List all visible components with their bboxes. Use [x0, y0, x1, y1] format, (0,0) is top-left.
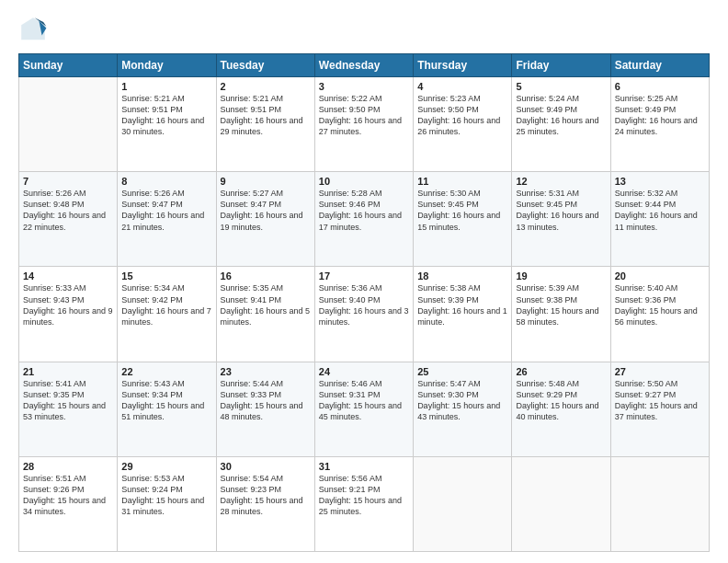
calendar-cell: 9 Sunrise: 5:27 AM Sunset: 9:47 PM Dayli…	[216, 172, 314, 267]
day-info: Sunrise: 5:48 AM Sunset: 9:29 PM Dayligh…	[516, 378, 606, 423]
sunrise-label: Sunrise: 5:43 AM	[121, 379, 185, 388]
calendar-cell: 3 Sunrise: 5:22 AM Sunset: 9:50 PM Dayli…	[314, 77, 413, 172]
calendar-cell: 21 Sunrise: 5:41 AM Sunset: 9:35 PM Dayl…	[19, 362, 118, 456]
calendar-cell: 26 Sunrise: 5:48 AM Sunset: 9:29 PM Dayl…	[512, 362, 610, 456]
sunrise-label: Sunrise: 5:25 AM	[615, 94, 678, 103]
sunset-label: Sunset: 9:45 PM	[417, 200, 479, 209]
sunrise-label: Sunrise: 5:34 AM	[121, 283, 185, 293]
calendar-cell: 28 Sunrise: 5:51 AM Sunset: 9:26 PM Dayl…	[19, 456, 118, 551]
sunset-label: Sunset: 9:26 PM	[23, 485, 85, 494]
day-number: 7	[23, 176, 113, 187]
calendar-week-row: 1 Sunrise: 5:21 AM Sunset: 9:51 PM Dayli…	[19, 77, 710, 172]
sunset-label: Sunset: 9:29 PM	[516, 390, 577, 399]
sunrise-label: Sunrise: 5:22 AM	[319, 94, 382, 103]
daylight-label: Daylight: 16 hours and 27 minutes.	[319, 116, 402, 136]
calendar-cell	[512, 456, 610, 551]
sunset-label: Sunset: 9:35 PM	[23, 390, 85, 399]
daylight-label: Daylight: 15 hours and 45 minutes.	[319, 401, 402, 421]
day-info: Sunrise: 5:23 AM Sunset: 9:50 PM Dayligh…	[417, 93, 507, 138]
sunset-label: Sunset: 9:47 PM	[121, 200, 183, 209]
day-number: 14	[23, 270, 113, 282]
weekday-header: Sunday	[19, 54, 118, 77]
day-number: 11	[417, 176, 507, 187]
weekday-header: Monday	[118, 54, 216, 77]
day-info: Sunrise: 5:32 AM Sunset: 9:44 PM Dayligh…	[615, 188, 705, 233]
day-info: Sunrise: 5:21 AM Sunset: 9:51 PM Dayligh…	[121, 93, 211, 138]
calendar-cell: 30 Sunrise: 5:54 AM Sunset: 9:23 PM Dayl…	[216, 456, 314, 551]
sunrise-label: Sunrise: 5:39 AM	[516, 283, 579, 293]
day-number: 20	[615, 270, 705, 282]
day-number: 31	[319, 461, 409, 472]
daylight-label: Daylight: 15 hours and 51 minutes.	[121, 401, 204, 421]
sunset-label: Sunset: 9:30 PM	[417, 390, 479, 399]
sunrise-label: Sunrise: 5:51 AM	[23, 474, 86, 483]
sunset-label: Sunset: 9:39 PM	[417, 295, 479, 304]
sunrise-label: Sunrise: 5:54 AM	[221, 474, 284, 483]
calendar-cell	[19, 77, 118, 172]
header	[18, 15, 710, 44]
sunrise-label: Sunrise: 5:24 AM	[516, 94, 579, 103]
sunrise-label: Sunrise: 5:47 AM	[417, 379, 481, 388]
day-number: 28	[23, 461, 113, 472]
calendar-cell: 22 Sunrise: 5:43 AM Sunset: 9:34 PM Dayl…	[118, 362, 216, 456]
calendar: SundayMondayTuesdayWednesdayThursdayFrid…	[18, 53, 710, 552]
calendar-cell: 10 Sunrise: 5:28 AM Sunset: 9:46 PM Dayl…	[314, 172, 413, 267]
daylight-label: Daylight: 16 hours and 5 minutes.	[221, 306, 311, 327]
day-number: 12	[516, 176, 606, 187]
calendar-cell: 19 Sunrise: 5:39 AM Sunset: 9:38 PM Dayl…	[512, 267, 610, 362]
sunrise-label: Sunrise: 5:40 AM	[615, 283, 678, 293]
calendar-cell: 27 Sunrise: 5:50 AM Sunset: 9:27 PM Dayl…	[610, 362, 709, 456]
calendar-cell: 7 Sunrise: 5:26 AM Sunset: 9:48 PM Dayli…	[19, 172, 118, 267]
daylight-label: Daylight: 16 hours and 24 minutes.	[615, 116, 698, 136]
sunset-label: Sunset: 9:44 PM	[615, 200, 677, 209]
sunrise-label: Sunrise: 5:26 AM	[121, 189, 185, 198]
day-info: Sunrise: 5:31 AM Sunset: 9:45 PM Dayligh…	[516, 188, 606, 233]
sunset-label: Sunset: 9:24 PM	[121, 485, 183, 494]
sunset-label: Sunset: 9:49 PM	[615, 105, 677, 114]
sunrise-label: Sunrise: 5:38 AM	[417, 283, 481, 293]
calendar-cell: 8 Sunrise: 5:26 AM Sunset: 9:47 PM Dayli…	[118, 172, 216, 267]
sunset-label: Sunset: 9:47 PM	[221, 200, 282, 209]
day-number: 2	[221, 81, 311, 92]
sunrise-label: Sunrise: 5:44 AM	[221, 379, 284, 388]
day-number: 23	[221, 366, 311, 377]
day-info: Sunrise: 5:26 AM Sunset: 9:47 PM Dayligh…	[121, 188, 211, 233]
sunset-label: Sunset: 9:40 PM	[319, 295, 381, 304]
daylight-label: Daylight: 15 hours and 34 minutes.	[23, 496, 106, 516]
day-info: Sunrise: 5:46 AM Sunset: 9:31 PM Dayligh…	[319, 378, 409, 423]
day-info: Sunrise: 5:51 AM Sunset: 9:26 PM Dayligh…	[23, 473, 113, 518]
sunset-label: Sunset: 9:43 PM	[23, 295, 85, 304]
weekday-header: Wednesday	[314, 54, 413, 77]
day-info: Sunrise: 5:30 AM Sunset: 9:45 PM Dayligh…	[417, 188, 507, 233]
day-info: Sunrise: 5:39 AM Sunset: 9:38 PM Dayligh…	[516, 282, 606, 327]
daylight-label: Daylight: 15 hours and 56 minutes.	[615, 306, 698, 327]
daylight-label: Daylight: 16 hours and 1 minute.	[417, 306, 507, 327]
calendar-cell	[414, 456, 512, 551]
sunrise-label: Sunrise: 5:28 AM	[319, 189, 382, 198]
day-info: Sunrise: 5:54 AM Sunset: 9:23 PM Dayligh…	[221, 473, 311, 518]
calendar-cell: 18 Sunrise: 5:38 AM Sunset: 9:39 PM Dayl…	[414, 267, 512, 362]
calendar-cell: 25 Sunrise: 5:47 AM Sunset: 9:30 PM Dayl…	[414, 362, 512, 456]
day-number: 10	[319, 176, 409, 187]
day-info: Sunrise: 5:24 AM Sunset: 9:49 PM Dayligh…	[516, 93, 606, 138]
calendar-week-row: 14 Sunrise: 5:33 AM Sunset: 9:43 PM Dayl…	[19, 267, 710, 362]
sunset-label: Sunset: 9:50 PM	[417, 105, 479, 114]
calendar-cell: 6 Sunrise: 5:25 AM Sunset: 9:49 PM Dayli…	[610, 77, 709, 172]
daylight-label: Daylight: 16 hours and 29 minutes.	[221, 116, 303, 136]
daylight-label: Daylight: 15 hours and 48 minutes.	[221, 401, 303, 421]
daylight-label: Daylight: 16 hours and 22 minutes.	[23, 211, 106, 231]
sunset-label: Sunset: 9:27 PM	[615, 390, 677, 399]
daylight-label: Daylight: 16 hours and 13 minutes.	[516, 211, 598, 231]
weekday-header: Tuesday	[216, 54, 314, 77]
sunset-label: Sunset: 9:45 PM	[516, 200, 577, 209]
daylight-label: Daylight: 16 hours and 30 minutes.	[121, 116, 204, 136]
day-number: 8	[121, 176, 211, 187]
sunset-label: Sunset: 9:33 PM	[221, 390, 282, 399]
sunset-label: Sunset: 9:34 PM	[121, 390, 183, 399]
day-info: Sunrise: 5:53 AM Sunset: 9:24 PM Dayligh…	[121, 473, 211, 518]
sunrise-label: Sunrise: 5:32 AM	[615, 189, 678, 198]
sunrise-label: Sunrise: 5:30 AM	[417, 189, 481, 198]
sunrise-label: Sunrise: 5:26 AM	[23, 189, 86, 198]
calendar-cell: 4 Sunrise: 5:23 AM Sunset: 9:50 PM Dayli…	[414, 77, 512, 172]
daylight-label: Daylight: 15 hours and 25 minutes.	[319, 496, 402, 516]
